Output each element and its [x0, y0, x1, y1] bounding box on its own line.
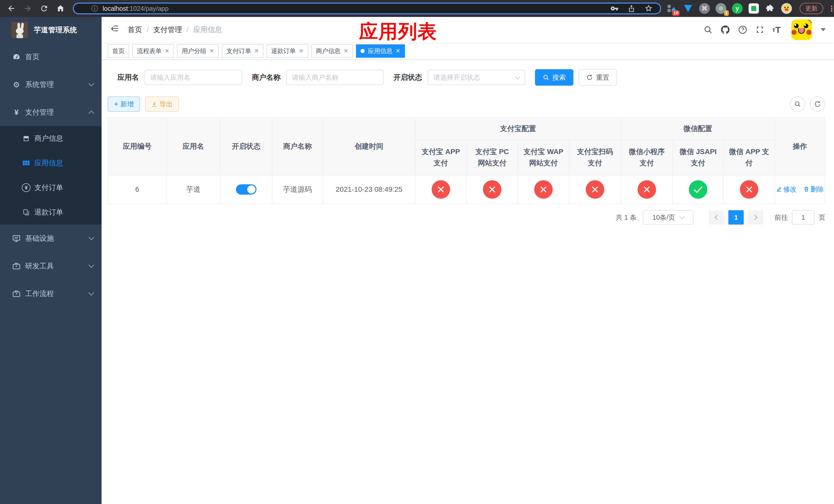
- page-annotation-title: 应用列表: [359, 19, 437, 45]
- site-info-icon[interactable]: ⓘ: [91, 4, 98, 13]
- breadcrumb-home[interactable]: 首页: [128, 25, 142, 35]
- caret-down-icon[interactable]: [821, 28, 826, 31]
- sidebar-item-payment[interactable]: ¥ 支付管理: [0, 98, 102, 126]
- forward-button[interactable]: [20, 1, 36, 16]
- sidebar-item-app-info[interactable]: 应用信息: [0, 151, 102, 175]
- tab-user-group[interactable]: 用户分组✕: [177, 44, 219, 58]
- browser-update-button[interactable]: 更新: [799, 3, 823, 14]
- font-size-icon[interactable]: тT: [772, 25, 781, 35]
- share-icon[interactable]: [627, 4, 636, 13]
- tab-merchant-info[interactable]: 商户信息✕: [311, 44, 353, 58]
- close-icon[interactable]: ✕: [299, 48, 303, 54]
- close-icon[interactable]: ✕: [209, 48, 214, 54]
- back-button[interactable]: [3, 1, 20, 16]
- current-page-button[interactable]: 1: [728, 210, 744, 225]
- sidebar-item-home[interactable]: 首页: [0, 43, 102, 71]
- extension-icon[interactable]: [748, 3, 759, 14]
- filter-form: 应用名 请输入应用名 商户名称 请输入商户名称 开启状态 请选择开启状态 搜索 …: [117, 69, 825, 86]
- extension-icon[interactable]: 10: [666, 3, 677, 14]
- sidebar-item-refund-order[interactable]: 退款订单: [0, 200, 102, 225]
- address-bar[interactable]: ⓘ localhost:1024/pay/app: [73, 3, 661, 14]
- browser-toolbar: ⓘ localhost:1024/pay/app 10 ⌘ 1 y 更新 ⋮: [0, 0, 834, 17]
- col-status: 开启状态: [220, 118, 272, 175]
- tab-process-form[interactable]: 流程表单✕: [132, 44, 174, 58]
- close-icon[interactable]: ✕: [254, 48, 259, 54]
- add-button[interactable]: +新增: [108, 96, 140, 112]
- fullscreen-icon[interactable]: [755, 25, 765, 35]
- tab-home[interactable]: 首页: [108, 44, 129, 58]
- status-enabled-icon: [689, 180, 707, 199]
- chevron-down-icon: [515, 74, 520, 79]
- extension-icon[interactable]: [781, 3, 792, 14]
- cell-merchant: 芋道源码: [272, 175, 323, 204]
- sidebar-item-pay-order[interactable]: ¥ 支付订单: [0, 175, 102, 200]
- tab-refund-order[interactable]: 退款订单✕: [266, 44, 308, 58]
- sidebar-item-infra[interactable]: 基础设施: [0, 225, 102, 252]
- edit-link[interactable]: 修改: [776, 185, 796, 194]
- page-size-select[interactable]: 10条/页: [643, 210, 694, 225]
- status-toggle[interactable]: [236, 184, 257, 194]
- col-operations: 操作: [775, 118, 825, 175]
- reset-button[interactable]: 重置: [578, 69, 617, 86]
- home-button[interactable]: [52, 1, 69, 16]
- search-button[interactable]: 搜索: [535, 69, 573, 86]
- table-search-button[interactable]: [790, 96, 805, 112]
- app-title: 芋道管理系统: [34, 25, 77, 35]
- breadcrumb-payment[interactable]: 支付管理: [153, 25, 182, 35]
- browser-menu-icon[interactable]: ⋮: [828, 4, 834, 13]
- password-key-icon[interactable]: [610, 4, 619, 13]
- delete-link[interactable]: 删除: [803, 185, 824, 194]
- app-name-input[interactable]: 请输入应用名: [145, 70, 242, 85]
- shop-icon: [20, 135, 32, 142]
- monitor-icon: [10, 234, 23, 243]
- app-logo[interactable]: 芋道管理系统: [0, 17, 102, 43]
- sidebar-item-devtools[interactable]: 研发工具: [0, 252, 102, 280]
- sidebar-item-merchant-info[interactable]: 商户信息: [0, 126, 102, 151]
- cell-status: [220, 175, 272, 204]
- logo-image: [11, 22, 28, 38]
- close-icon[interactable]: ✕: [164, 48, 169, 54]
- close-icon[interactable]: ✕: [344, 48, 348, 54]
- status-disabled-icon: [483, 180, 501, 199]
- col-app-id: 应用编号: [108, 118, 167, 175]
- extension-icon[interactable]: [765, 3, 775, 14]
- hamburger-icon[interactable]: [109, 24, 119, 36]
- table-refresh-button[interactable]: [810, 96, 825, 112]
- export-button[interactable]: 导出: [145, 96, 179, 112]
- extension-icon[interactable]: ⌘: [699, 3, 710, 14]
- table-row: 6 芋道 芋道源码 2021-10-23 08:49:25: [108, 175, 825, 204]
- briefcase-icon: [10, 290, 23, 298]
- avatar[interactable]: [791, 20, 812, 40]
- col-alipay-app: 支付宝 APP 支付: [415, 140, 466, 175]
- help-icon[interactable]: [738, 25, 748, 35]
- prev-page-button[interactable]: [709, 210, 724, 225]
- sidebar-item-workflow[interactable]: 工作流程: [0, 280, 102, 307]
- extension-icon[interactable]: y: [732, 3, 743, 14]
- col-merchant: 商户名称: [272, 118, 323, 175]
- col-alipay-pc: 支付宝 PC 网站支付: [466, 140, 518, 175]
- pagination-total: 共 1 条: [616, 213, 637, 222]
- next-page-button[interactable]: [748, 210, 763, 225]
- toolbar: +新增 导出: [108, 96, 825, 112]
- status-disabled-icon: [638, 180, 656, 199]
- github-icon[interactable]: [720, 25, 730, 35]
- gear-icon: ⚙: [10, 80, 23, 89]
- status-select[interactable]: 请选择开启状态: [428, 70, 525, 85]
- extension-icon[interactable]: [683, 3, 694, 14]
- extension-icon[interactable]: 1: [716, 3, 726, 14]
- search-icon[interactable]: [703, 25, 713, 35]
- tab-app-info[interactable]: 应用信息✕: [356, 44, 405, 58]
- breadcrumb-current: 应用信息: [193, 25, 222, 35]
- reload-button[interactable]: [36, 1, 52, 16]
- sidebar-item-system[interactable]: ⚙ 系统管理: [0, 71, 102, 98]
- merchant-name-input[interactable]: 请输入商户名称: [286, 70, 384, 85]
- bookmark-star-icon[interactable]: [644, 4, 653, 13]
- status-disabled-icon: [740, 180, 758, 199]
- tab-pay-order[interactable]: 支付订单✕: [222, 44, 263, 58]
- close-icon[interactable]: ✕: [395, 48, 400, 54]
- goto-page-input[interactable]: 1: [792, 210, 814, 225]
- col-alipay-qr: 支付宝扫码支付: [569, 140, 621, 175]
- col-app-name: 应用名: [167, 118, 220, 175]
- col-wechat-mini: 微信小程序支付: [621, 140, 673, 175]
- content: 应用名 请输入应用名 商户名称 请输入商户名称 开启状态 请选择开启状态 搜索 …: [102, 60, 834, 504]
